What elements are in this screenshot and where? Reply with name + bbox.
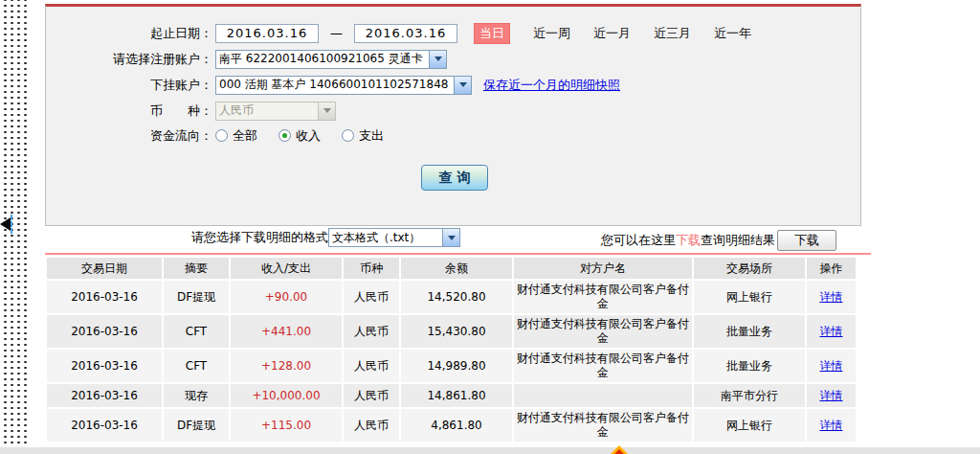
cell-amount: +90.00: [231, 281, 342, 313]
cell-date: 2016-03-16: [47, 315, 162, 348]
detail-link[interactable]: 详情: [820, 325, 843, 338]
detail-link[interactable]: 详情: [820, 359, 843, 373]
quick-range-link[interactable]: 近一年: [714, 25, 751, 42]
flow-radio-option[interactable]: 收入: [278, 127, 321, 145]
cell-date: 2016-03-16: [47, 281, 162, 313]
quick-range-links: 近一周近一月近三月近一年: [510, 25, 751, 42]
transactions-table: 交易日期摘要收入/支出币种余额对方户名交易场所操作 2016-03-16DF提现…: [45, 256, 858, 443]
header-cell: 对方户名: [514, 258, 692, 279]
table-row: 2016-03-16DF提现+90.00人民币14,520.80财付通支付科技有…: [47, 281, 856, 313]
cell-venue: 网上银行: [694, 409, 805, 442]
flow-radio-label: 支出: [359, 127, 384, 145]
cell-counterparty: 财付通支付科技有限公司客户备付金: [514, 315, 692, 348]
save-snapshot-link[interactable]: 保存近一个月的明细快照: [483, 77, 620, 94]
query-button[interactable]: 查 询: [421, 165, 488, 191]
collapse-handle-bar: [11, 215, 12, 234]
download-format-value: 文本格式（.txt）: [332, 230, 420, 246]
cell-summary: CFT: [164, 315, 229, 348]
table-row: 2016-03-16CFT+441.00人民币15,430.80财付通支付科技有…: [47, 315, 856, 348]
cell-balance: 4,861.80: [401, 409, 512, 442]
cell-action: 详情: [807, 350, 856, 382]
currency-value: 人民币: [219, 102, 254, 119]
sub-account-row: 下挂账户： 000 活期 基本户 1406600101102571848 保存近…: [46, 75, 860, 95]
collapse-arrow-icon[interactable]: [0, 217, 11, 231]
download-hint-highlight: 下载: [676, 232, 701, 249]
cell-summary: DF提现: [164, 281, 229, 313]
download-button[interactable]: 下载: [777, 230, 836, 251]
date-to-input[interactable]: [354, 24, 457, 43]
download-format-group: 请您选择下载明细的格式 文本格式（.txt）: [191, 228, 460, 247]
register-account-row: 请选择注册账户： 南平 6222001406100921065 灵通卡: [46, 49, 860, 69]
cell-action: 详情: [807, 384, 856, 407]
sub-account-value: 000 活期 基本户 1406600101102571848: [219, 77, 448, 93]
date-range-label: 起止日期：: [46, 25, 212, 42]
cell-summary: DF提现: [164, 409, 229, 442]
download-hint-prefix: 您可以在这里: [601, 232, 676, 249]
download-hint-suffix: 查询明细结果: [701, 232, 775, 249]
sub-account-select[interactable]: 000 活期 基本户 1406600101102571848: [215, 76, 472, 95]
register-account-label: 请选择注册账户：: [46, 51, 212, 68]
header-cell: 余额: [401, 258, 512, 279]
flow-radio-group: 全部收入支出: [215, 127, 405, 145]
currency-row: 币 种： 人民币: [46, 101, 860, 121]
detail-link[interactable]: 详情: [820, 389, 843, 402]
cell-summary: CFT: [164, 350, 229, 382]
download-format-select[interactable]: 文本格式（.txt）: [328, 228, 460, 247]
table-row: 2016-03-16DF提现+115.00人民币4,861.80财付通支付科技有…: [47, 409, 856, 442]
cell-amount: +128.00: [231, 350, 342, 382]
currency-select-disabled: 人民币: [215, 102, 336, 121]
cell-balance: 15,430.80: [401, 315, 512, 348]
quick-range-link[interactable]: 近一月: [593, 25, 631, 42]
header-cell: 交易场所: [694, 258, 805, 279]
flow-radio-option[interactable]: 全部: [215, 127, 257, 145]
quick-range-today-badge[interactable]: 当日: [474, 23, 510, 44]
table-row: 2016-03-16现存+10,000.00人民币14,861.80南平市分行详…: [47, 384, 856, 407]
register-account-select[interactable]: 南平 6222001406100921065 灵通卡: [215, 50, 447, 69]
header-cell: 交易日期: [47, 258, 162, 279]
cell-date: 2016-03-16: [47, 350, 162, 382]
quick-range-link[interactable]: 近三月: [654, 25, 691, 42]
cell-amount: +441.00: [231, 315, 342, 348]
currency-label: 币 种：: [46, 102, 212, 120]
banking-query-page: 起止日期： — 当日 近一周近一月近三月近一年 请选择注册账户： 南平 6222…: [0, 0, 980, 454]
transactions-body: 2016-03-16DF提现+90.00人民币14,520.80财付通支付科技有…: [47, 281, 856, 442]
cell-counterparty: 财付通支付科技有限公司客户备付金: [514, 350, 692, 382]
bottom-strip: [0, 447, 980, 454]
cell-venue: 批量业务: [694, 315, 805, 348]
detail-link[interactable]: 详情: [820, 419, 843, 432]
cell-balance: 14,989.80: [401, 350, 512, 382]
cell-date: 2016-03-16: [47, 384, 162, 407]
flow-radio-label: 全部: [233, 127, 257, 145]
radio-icon[interactable]: [278, 129, 291, 142]
chevron-down-icon[interactable]: [442, 229, 459, 246]
chevron-down-icon[interactable]: [454, 77, 471, 94]
table-header-row: 交易日期摘要收入/支出币种余额对方户名交易场所操作: [47, 258, 856, 279]
cell-balance: 14,520.80: [401, 281, 512, 313]
flow-radio-option[interactable]: 支出: [342, 127, 384, 145]
date-from-input[interactable]: [215, 24, 319, 43]
bottom-logo-icon-inner: [614, 449, 624, 454]
cell-currency: 人民币: [344, 281, 399, 313]
cell-venue: 网上银行: [694, 281, 805, 313]
flow-radio-label: 收入: [296, 127, 321, 145]
cell-currency: 人民币: [344, 384, 399, 407]
red-separator-line: [45, 253, 871, 255]
sub-account-label: 下挂账户：: [46, 77, 212, 94]
cell-action: 详情: [807, 315, 856, 348]
chevron-down-icon: [318, 102, 335, 120]
cell-currency: 人民币: [344, 315, 399, 348]
chevron-down-icon[interactable]: [429, 51, 446, 68]
cell-currency: 人民币: [344, 350, 399, 382]
cell-action: 详情: [807, 409, 856, 442]
date-separator: —: [330, 26, 343, 40]
header-cell: 操作: [807, 258, 856, 279]
detail-link[interactable]: 详情: [820, 290, 843, 304]
quick-range-link[interactable]: 近一周: [533, 25, 570, 42]
date-range-row: 起止日期： — 当日 近一周近一月近三月近一年: [46, 23, 860, 43]
radio-icon[interactable]: [342, 129, 354, 142]
radio-icon[interactable]: [215, 129, 228, 142]
download-format-label: 请您选择下载明细的格式: [191, 229, 328, 246]
register-account-value: 南平 6222001406100921065 灵通卡: [219, 51, 423, 67]
cell-date: 2016-03-16: [47, 409, 162, 442]
flow-direction-row: 资金流向： 全部收入支出: [46, 125, 860, 146]
